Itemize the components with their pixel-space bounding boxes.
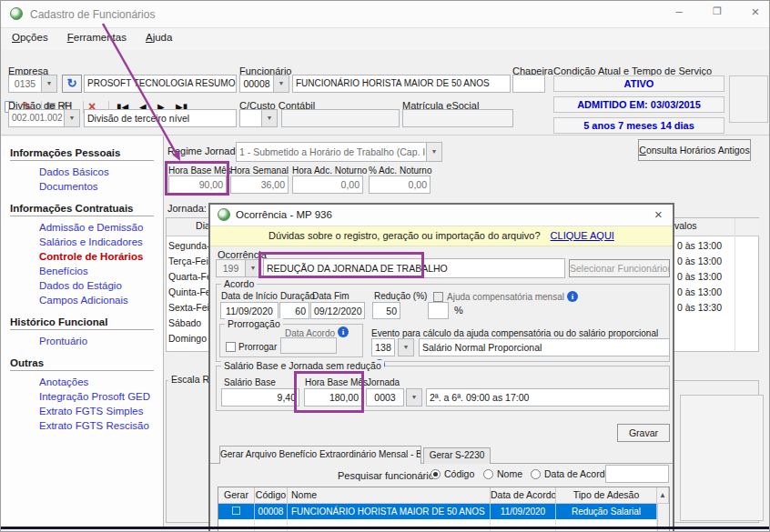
help-link[interactable]: CLIQUE AQUI: [551, 230, 614, 241]
prorrogar-checkbox[interactable]: [226, 342, 236, 352]
matricula-field[interactable]: [402, 109, 513, 127]
menu-ajuda[interactable]: Ajuda: [146, 32, 172, 43]
grid-header-codigo[interactable]: Código: [255, 487, 288, 504]
regime-dropdown-arrow[interactable]: ▼: [426, 142, 442, 162]
empresa-name-field[interactable]: PROSOFT TECNOLOGIA RESUMO C/DIV: [84, 75, 237, 93]
empresa-code-field[interactable]: 0135: [8, 75, 42, 93]
menu-ferramentas[interactable]: Ferramentas: [67, 32, 127, 43]
sidebar-item-campos-adicionais[interactable]: Campos Adicionais: [39, 295, 163, 306]
sidebar-item-prontuario[interactable]: Prontuário: [39, 336, 163, 346]
info-icon[interactable]: i: [338, 326, 349, 337]
reducao-field[interactable]: 50: [372, 302, 400, 319]
hora-semanal-field[interactable]: 36,00: [230, 176, 289, 194]
grid-header-data[interactable]: Data de Acordo: [491, 487, 556, 504]
selecionar-funcionarios-button[interactable]: Selecionar Funcionário(s): [569, 259, 670, 277]
dialog-title: Ocorrência - MP 936: [236, 209, 332, 220]
interval-row: 0 às 13:00: [677, 238, 722, 254]
refresh-icon[interactable]: ↻: [62, 75, 82, 93]
grid-header-gerar[interactable]: Gerar: [218, 487, 255, 504]
gerar-checkbox[interactable]: [232, 507, 240, 515]
acordo-legend: Acordo: [221, 278, 257, 289]
radio-codigo[interactable]: Código: [431, 468, 474, 479]
hora-adc-noturno-field[interactable]: 0,00: [292, 176, 363, 194]
grid-header-nome[interactable]: Nome: [288, 487, 491, 504]
app-icon: [10, 7, 23, 20]
pesquisar-input[interactable]: [605, 465, 669, 483]
divisao-dropdown-arrow[interactable]: ▼: [64, 109, 80, 127]
radio-data-acordo[interactable]: Data de Acordo: [531, 468, 610, 479]
evento-dropdown-arrow[interactable]: ▼: [398, 338, 414, 356]
sidebar-item-salarios[interactable]: Salários e Indicadores: [39, 236, 163, 247]
hora-semanal-label: Hora Semanal: [230, 166, 289, 176]
evento-name-field[interactable]: Salário Normal Proporcional: [419, 338, 670, 356]
consulta-horarios-button[interactable]: Consulta Horários Antigos: [638, 139, 751, 161]
percent-suffix-label: %: [454, 305, 463, 316]
grid-header-tipo[interactable]: Tipo de Adesão: [556, 487, 657, 504]
divisao-name-field[interactable]: Divisão de terceiro nível: [84, 109, 237, 127]
tab-bem[interactable]: Gerar Arquivo Benefício Extraordinário M…: [219, 446, 421, 464]
radio-nome[interactable]: Nome: [483, 468, 522, 479]
close-button[interactable]: ×: [745, 4, 766, 19]
sidebar-section-title: Informações Contratuais: [10, 203, 163, 214]
ajuda-percent-field[interactable]: [428, 302, 449, 319]
salario-base-label: Salário Base: [224, 377, 276, 387]
sidebar-item-fgts-simples[interactable]: Extrato FGTS Simples: [39, 406, 163, 417]
data-inicio-field[interactable]: 11/09/2020: [220, 302, 279, 319]
status-admitido: ADMITIDO EM: 03/03/2015: [553, 96, 724, 113]
regime-jornada-select[interactable]: 1 - Submetido a Horário de Trabalho (Cap…: [236, 142, 427, 162]
prorrogar-label: Prorrogar: [238, 342, 277, 352]
grid-scrollbar-up-icon[interactable]: ▲: [657, 487, 669, 504]
sidebar-item-dados-basicos[interactable]: Dados Básicos: [39, 166, 163, 177]
minimize-button[interactable]: –: [668, 5, 690, 18]
duracao-field[interactable]: 60: [279, 302, 309, 319]
maximize-button[interactable]: ❐: [706, 5, 728, 17]
info-icon[interactable]: i: [567, 291, 578, 302]
jornada-dropdown-arrow[interactable]: ▼: [406, 388, 422, 407]
sidebar-item-estagio[interactable]: Dados do Estágio: [39, 280, 163, 291]
data-fim-field[interactable]: 09/12/2020: [310, 302, 365, 319]
prorrogacao-legend: Prorrogação: [225, 318, 283, 329]
ajuda-compensatoria-checkbox[interactable]: [433, 292, 443, 302]
funcionarios-grid: Gerar Código Nome Data de Acordo Tipo de…: [218, 487, 670, 532]
pesquisar-label: Pesquisar funcionário: [338, 470, 434, 481]
hora-adc-noturno-label: Hora Adc. Noturno: [292, 166, 367, 176]
sidebar-item-beneficios[interactable]: Benefícios: [39, 266, 163, 276]
ccusto-dropdown-arrow[interactable]: ▼: [261, 109, 278, 127]
salario-base-field[interactable]: 9,40: [221, 388, 299, 407]
evento-code-field[interactable]: 138: [371, 338, 395, 356]
menu-opcoes[interactable]: Opções: [12, 32, 48, 43]
sidebar-item-integracao-ged[interactable]: Integração Prosoft GED: [39, 391, 163, 402]
interval-row: 0 às 13:30: [677, 300, 722, 316]
dialog-app-icon: [218, 208, 230, 221]
pct-adc-noturno-field[interactable]: 0,00: [369, 176, 431, 194]
jornada-code-field[interactable]: 0003: [366, 388, 404, 407]
ccusto-code-field[interactable]: [239, 109, 262, 127]
reducao-label: Redução (%): [374, 291, 427, 301]
sidebar-item-documentos[interactable]: Documentos: [39, 181, 163, 192]
data-acordo-field[interactable]: [280, 337, 337, 354]
funcionario-code-field[interactable]: 00008: [239, 75, 274, 93]
gravar-button[interactable]: Gravar: [617, 424, 670, 442]
sidebar: Informações Pessoais Dados Básicos Docum…: [1, 136, 164, 527]
annotation-box-hora-base-180: [294, 371, 364, 413]
ocorrencia-code-field[interactable]: 199: [216, 259, 246, 277]
tab-s2230[interactable]: Gerar S-2230: [423, 447, 491, 464]
sidebar-item-fgts-rescisao[interactable]: Extrato FGTS Rescisão: [39, 420, 163, 431]
ccusto-name-field[interactable]: [281, 109, 400, 127]
sidebar-item-anotacoes[interactable]: Anotações: [39, 376, 163, 387]
grid-scrollbar[interactable]: [657, 504, 669, 519]
sidebar-item-controle-horarios[interactable]: Controle de Horários: [39, 251, 163, 262]
data-fim-label: Data Fim: [312, 291, 350, 301]
funcionario-name-field[interactable]: FUNCIONÁRIO HORISTA MAIOR DE 50 ANOS: [292, 75, 511, 93]
funcionario-dropdown-arrow[interactable]: ▼: [273, 75, 289, 93]
grid-cell-nome: FUNCIONÁRIO HORISTA MAIOR DE 50 ANOS: [288, 504, 491, 519]
empresa-dropdown-arrow[interactable]: ▼: [41, 75, 57, 93]
divisao-code-field[interactable]: 002.001.002: [8, 109, 65, 127]
app-window: Cadastro de Funcionários – ❐ × Opções Fe…: [0, 0, 770, 532]
dialog-close-icon[interactable]: ×: [654, 206, 663, 222]
grid-selected-row[interactable]: 00008 FUNCIONÁRIO HORISTA MAIOR DE 50 AN…: [218, 504, 669, 519]
jornada-desc-field[interactable]: 2ª. a 6ª. 09:00 as 17:00: [426, 388, 670, 407]
sidebar-item-admissao[interactable]: Admissão e Demissão: [39, 222, 163, 233]
salario-legend: Salário Base e Jornada sem redução: [221, 360, 384, 371]
chapeira-field[interactable]: [512, 75, 545, 93]
